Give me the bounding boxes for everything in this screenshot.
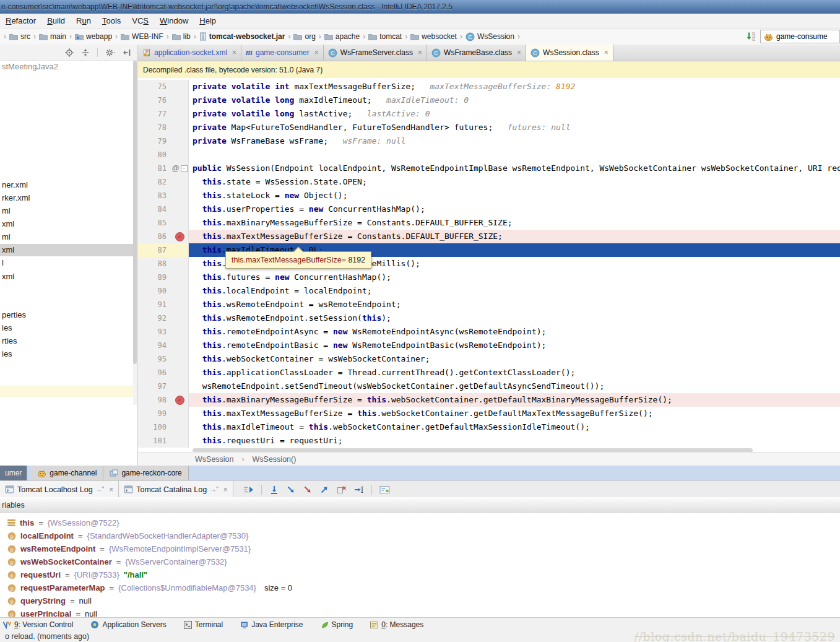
locate-icon[interactable] bbox=[65, 48, 74, 57]
project-tree-item[interactable]: ner.xml bbox=[0, 179, 135, 191]
variable-row-localendpoint[interactable]: plocalEndpoint={StandardWebSocketHandler… bbox=[0, 529, 840, 542]
variable-row-this[interactable]: this={WsSession@7522} bbox=[0, 516, 840, 529]
gutter-cell[interactable]: @− bbox=[171, 162, 189, 175]
close-icon[interactable]: × bbox=[232, 48, 236, 57]
gutter-cell[interactable] bbox=[171, 366, 189, 380]
toolwindow-button-9-version-control[interactable]: 9: Version Control bbox=[2, 620, 73, 629]
menu-item-run[interactable]: Run bbox=[71, 16, 97, 25]
breadcrumb-item-tomcat[interactable]: tomcat bbox=[368, 32, 402, 41]
editor-tab-wssession-class[interactable]: CWsSession.class× bbox=[526, 45, 613, 61]
gutter-cell[interactable] bbox=[171, 311, 189, 325]
session-tab-game-channel[interactable]: game-channel bbox=[31, 466, 103, 480]
variable-row-requesturi[interactable]: prequestUri={URI@7533}"/hall" bbox=[0, 568, 840, 581]
breadcrumb-item-org[interactable]: org bbox=[293, 32, 315, 41]
force-step-into-button[interactable] bbox=[303, 485, 313, 494]
gutter-cell[interactable] bbox=[171, 189, 189, 202]
gutter-cell[interactable] bbox=[171, 380, 189, 393]
gutter-cell[interactable] bbox=[171, 202, 189, 216]
gear-icon[interactable] bbox=[105, 48, 115, 57]
session-tab-umer[interactable]: umer bbox=[0, 466, 27, 480]
gutter-cell[interactable] bbox=[171, 175, 189, 189]
gutter-cell[interactable] bbox=[171, 257, 189, 271]
gutter-cell[interactable] bbox=[171, 93, 189, 107]
collapse-all-icon[interactable] bbox=[81, 48, 90, 57]
binary-memory-indicator-icon[interactable]: 011001 bbox=[746, 32, 756, 41]
gutter-cell[interactable]: ✓ bbox=[171, 230, 189, 243]
menu-item-build[interactable]: Build bbox=[41, 16, 71, 25]
gutter-cell[interactable] bbox=[171, 134, 189, 148]
gutter-cell[interactable] bbox=[171, 434, 189, 448]
gutter-cell[interactable]: ✓ bbox=[171, 393, 189, 407]
toolwindow-button-application-servers[interactable]: Application Servers bbox=[90, 620, 166, 629]
breadcrumb-item-lib[interactable]: lib bbox=[172, 32, 191, 41]
breakpoint-icon[interactable]: ✓ bbox=[175, 396, 184, 405]
gutter-cell[interactable] bbox=[171, 407, 189, 420]
project-tree-root[interactable]: stMeetingJava2 bbox=[0, 61, 135, 73]
console-tab-tomcat-localhost-log[interactable]: Tomcat Localhost Log→"× bbox=[0, 481, 119, 498]
project-tree-item[interactable]: rker.xml bbox=[0, 192, 135, 204]
console-tab-tomcat-catalina-log[interactable]: Tomcat Catalina Log→"× bbox=[119, 481, 233, 498]
variable-row-wsremoteendpoint[interactable]: pwsRemoteEndpoint={WsRemoteEndpointImplS… bbox=[0, 542, 840, 555]
variable-row-wswebsocketcontainer[interactable]: pwsWebSocketContainer={WsServerContainer… bbox=[0, 555, 840, 568]
evaluate-expression-button[interactable] bbox=[379, 485, 390, 494]
toolwindow-button-java-enterprise[interactable]: Java Enterprise bbox=[240, 620, 303, 629]
close-icon[interactable]: × bbox=[223, 485, 228, 494]
breadcrumb-item-tomcat-websocket-jar[interactable]: tomcat-websocket.jar bbox=[199, 32, 285, 41]
breakpoint-icon[interactable]: ✓ bbox=[175, 232, 184, 241]
gutter-cell[interactable] bbox=[171, 339, 189, 352]
step-into-button[interactable] bbox=[287, 485, 296, 494]
close-icon[interactable]: × bbox=[314, 48, 319, 57]
project-panel-scrollbar[interactable] bbox=[133, 61, 137, 405]
project-tree-item[interactable]: ies bbox=[0, 322, 135, 334]
project-tree-item[interactable]: l bbox=[0, 257, 135, 269]
breadcrumb-item-wssession[interactable]: CWsSession bbox=[465, 32, 514, 41]
toolwindow-button-terminal[interactable]: Terminal bbox=[184, 620, 223, 629]
gutter-cell[interactable] bbox=[171, 284, 189, 298]
variable-row-querystring[interactable]: pqueryString=null bbox=[0, 594, 840, 607]
window-titlebar[interactable]: e-consumer\src\main\webapp\WEB-INF\lib\t… bbox=[0, 0, 840, 14]
show-execution-point-button[interactable] bbox=[243, 485, 254, 494]
breadcrumb-item-webapp[interactable]: webapp bbox=[75, 32, 112, 41]
gutter-cell[interactable] bbox=[171, 298, 189, 311]
close-icon[interactable]: × bbox=[604, 48, 608, 57]
breadcrumb-class[interactable]: WsSession bbox=[195, 455, 234, 464]
variable-row-requestparametermap[interactable]: prequestParameterMap={Collections$Unmodi… bbox=[0, 581, 840, 594]
project-tree-item[interactable]: ies bbox=[0, 348, 135, 360]
breadcrumb-method[interactable]: WsSession() bbox=[253, 455, 297, 464]
project-tree-item[interactable]: xml bbox=[0, 271, 135, 283]
breadcrumb-item-src[interactable]: src bbox=[9, 32, 30, 41]
gutter-cell[interactable] bbox=[171, 148, 189, 162]
close-icon[interactable]: × bbox=[418, 48, 422, 57]
editor-tab-wsframebase-class[interactable]: CWsFrameBase.class× bbox=[427, 45, 526, 61]
gutter-cell[interactable] bbox=[171, 107, 189, 121]
editor-tab-application-socket-xml[interactable]: application-socket.xml× bbox=[138, 45, 241, 61]
close-icon[interactable]: × bbox=[109, 485, 113, 494]
breadcrumb-item-main[interactable]: main bbox=[39, 32, 66, 41]
run-configuration-select[interactable]: game-consume bbox=[760, 30, 840, 43]
step-out-button[interactable] bbox=[320, 485, 329, 494]
menu-item-help[interactable]: Help bbox=[194, 16, 222, 25]
breadcrumb-item-apache[interactable]: apache bbox=[324, 32, 360, 41]
menu-item-tools[interactable]: Tools bbox=[97, 16, 126, 25]
gutter-cell[interactable] bbox=[171, 80, 189, 93]
run-to-cursor-button[interactable] bbox=[354, 485, 364, 494]
drop-frame-button[interactable] bbox=[337, 485, 347, 494]
gutter-cell[interactable] bbox=[171, 352, 189, 366]
project-tree-item[interactable]: perties bbox=[0, 309, 135, 321]
close-icon[interactable]: × bbox=[517, 48, 521, 57]
gutter-cell[interactable] bbox=[171, 216, 189, 230]
toolwindow-button-spring[interactable]: Spring bbox=[321, 620, 353, 629]
project-tree-item[interactable]: rties bbox=[0, 335, 135, 347]
project-tree-item[interactable]: ml bbox=[0, 231, 135, 243]
breadcrumb-item-websocket[interactable]: websocket bbox=[410, 32, 457, 41]
editor-tab-wsframeserver-class[interactable]: CWsFrameServer.class× bbox=[324, 45, 427, 61]
gutter-cell[interactable] bbox=[171, 325, 189, 339]
project-tree-item[interactable]: xml bbox=[0, 244, 135, 256]
step-over-button[interactable] bbox=[269, 485, 279, 494]
menu-item-refactor[interactable]: Refactor bbox=[0, 16, 41, 25]
breadcrumb-item-web-inf[interactable]: WEB-INF bbox=[121, 32, 163, 41]
menu-item-window[interactable]: Window bbox=[154, 16, 194, 25]
fold-collapse-icon[interactable]: − bbox=[181, 165, 188, 172]
gutter-cell[interactable] bbox=[171, 243, 189, 257]
gutter-cell[interactable] bbox=[171, 271, 189, 284]
